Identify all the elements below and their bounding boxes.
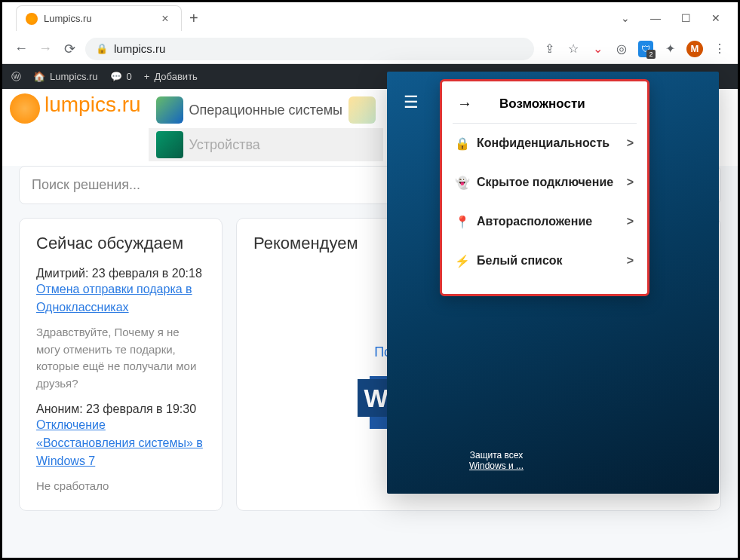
- comment-2-link[interactable]: Отключение «Восстановления системы» в Wi…: [36, 416, 205, 470]
- shield-badge: 2: [646, 50, 656, 59]
- chevron-right-icon: >: [627, 176, 634, 189]
- comment-1-body: Здравствуйте, Почему я не могу отменить …: [36, 324, 205, 392]
- wp-add-link[interactable]: + Добавить: [144, 71, 198, 82]
- row-autolocation[interactable]: 📍 Авторасположение >: [453, 202, 637, 241]
- wp-add-label: Добавить: [154, 71, 197, 82]
- card-discuss: Сейчас обсуждаем Дмитрий: 23 февраля в 2…: [19, 218, 223, 511]
- panel-title: Возможности: [499, 96, 585, 112]
- row-stealth[interactable]: 👻 Скрытое подключение >: [453, 163, 637, 202]
- bookmark-icon[interactable]: ☆: [566, 41, 581, 57]
- pin-icon: 📍: [456, 215, 469, 228]
- comment-2: Аноним: 23 февраля в 19:30 Отключение «В…: [36, 402, 205, 495]
- share-icon[interactable]: ⇪: [542, 41, 557, 57]
- close-icon[interactable]: ✕: [711, 12, 721, 24]
- new-tab-button[interactable]: +: [189, 10, 198, 27]
- bolt-icon: ⚡: [456, 254, 469, 268]
- reload-button[interactable]: ⟳: [61, 41, 78, 57]
- menu-icon[interactable]: ⋮: [712, 41, 727, 57]
- popup-sidebar: ☰: [387, 72, 435, 494]
- lock-icon: 🔒: [96, 43, 108, 54]
- row-stealth-label: Скрытое подключение: [477, 176, 613, 189]
- site-nav: Операционные системы Устройства: [149, 93, 383, 161]
- shield-extension-icon[interactable]: 🛡 2: [638, 41, 653, 57]
- lock-icon: 🔒: [456, 136, 469, 150]
- logo-icon: [10, 93, 40, 124]
- minimize-icon[interactable]: —: [650, 12, 661, 24]
- row-autolocation-label: Авторасположение: [477, 215, 592, 228]
- nav-os[interactable]: Операционные системы: [149, 93, 383, 127]
- window-controls: ⌄ — ☐ ✕: [620, 12, 738, 24]
- window-titlebar: Lumpics.ru × + ⌄ — ☐ ✕: [2, 2, 738, 34]
- pocket-icon[interactable]: ⌄: [590, 41, 605, 57]
- comment-2-body: Не сработало: [36, 478, 205, 495]
- extensions-puzzle-icon[interactable]: ✦: [662, 41, 677, 57]
- url-box[interactable]: 🔒 lumpics.ru: [85, 38, 534, 60]
- logo-text: lumpics.ru: [45, 93, 141, 115]
- row-privacy-label: Конфиденциальность: [477, 136, 610, 150]
- hamburger-icon[interactable]: ☰: [404, 93, 419, 112]
- comment-1-meta: Дмитрий: 23 февраля в 20:18: [36, 267, 205, 280]
- row-whitelist[interactable]: ⚡ Белый список >: [453, 241, 637, 280]
- comment-1-link[interactable]: Отмена отправки подарка в Одноклассниках: [36, 280, 205, 317]
- forward-button: →: [37, 41, 54, 57]
- chevron-right-icon: >: [627, 136, 634, 150]
- profile-avatar[interactable]: M: [686, 41, 703, 57]
- site-logo[interactable]: lumpics.ru: [10, 93, 141, 124]
- toolbar-icons: ⇪ ☆ ⌄ ◎ 🛡 2 ✦ M ⋮: [542, 41, 727, 57]
- tab-close-icon[interactable]: ×: [158, 12, 172, 26]
- panel-header: → Возможности: [453, 89, 637, 124]
- tab-favicon: [26, 13, 38, 25]
- chevron-right-icon: >: [627, 254, 634, 268]
- wp-comments-link[interactable]: 💬 0: [110, 71, 132, 82]
- back-button[interactable]: ←: [13, 41, 29, 57]
- tab-title: Lumpics.ru: [44, 13, 152, 24]
- chevron-right-icon: >: [627, 215, 634, 228]
- comment-1: Дмитрий: 23 февраля в 20:18 Отмена отпра…: [36, 267, 205, 392]
- os-icon: [156, 96, 183, 124]
- popup-footer-1: Защита всех: [440, 450, 553, 461]
- chevron-down-icon[interactable]: ⌄: [620, 12, 631, 24]
- os-extra-icon: [349, 96, 376, 124]
- browser-tab[interactable]: Lumpics.ru ×: [16, 5, 182, 31]
- devices-icon: [156, 131, 183, 158]
- row-privacy[interactable]: 🔒 Конфиденциальность >: [453, 124, 637, 163]
- wp-comment-count: 0: [127, 71, 132, 82]
- back-arrow-icon[interactable]: →: [457, 95, 472, 112]
- row-whitelist-label: Белый список: [477, 254, 563, 268]
- nav-os-label: Операционные системы: [189, 103, 342, 118]
- popup-footer: Защита всех Windows и ...: [440, 450, 553, 471]
- wp-logo-icon[interactable]: ⓦ: [11, 70, 21, 84]
- wp-site-link[interactable]: 🏠 Lumpics.ru: [33, 71, 98, 82]
- wp-site-label: Lumpics.ru: [50, 71, 98, 82]
- extension-popup: ☰ → Возможности 🔒 Конфиденциальность > 👻…: [387, 72, 719, 494]
- nav-devices-label: Устройства: [189, 137, 260, 153]
- url-text: lumpics.ru: [114, 42, 165, 55]
- ghost-icon: 👻: [456, 176, 469, 189]
- features-panel: → Возможности 🔒 Конфиденциальность > 👻 С…: [440, 79, 649, 296]
- maximize-icon[interactable]: ☐: [680, 12, 691, 24]
- popup-footer-link[interactable]: Windows и ...: [469, 461, 524, 471]
- address-bar: ← → ⟳ 🔒 lumpics.ru ⇪ ☆ ⌄ ◎ 🛡 2 ✦ M ⋮: [2, 34, 738, 64]
- extension-icon[interactable]: ◎: [614, 41, 629, 57]
- comment-2-meta: Аноним: 23 февраля в 19:30: [36, 402, 205, 416]
- discuss-title: Сейчас обсуждаем: [36, 234, 205, 253]
- nav-devices[interactable]: Устройства: [149, 128, 383, 161]
